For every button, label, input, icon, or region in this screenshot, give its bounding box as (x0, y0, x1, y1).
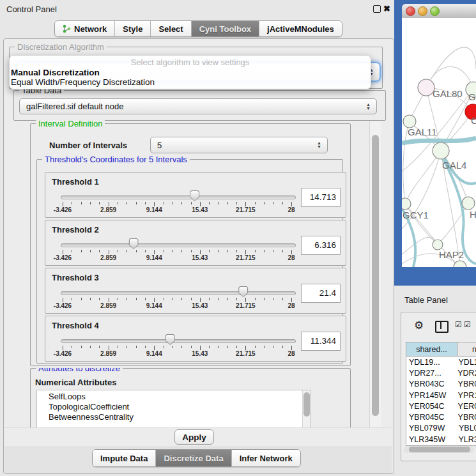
bottom-tab-bar: Impute DataDiscretize DataInfer Network (92, 449, 301, 467)
gear-icon[interactable]: ⚙ (414, 319, 424, 332)
float-icon[interactable] (373, 5, 381, 13)
network-node-gcy1[interactable] (402, 198, 411, 210)
network-node-label: C (471, 115, 476, 126)
tab-cyni-toolbox[interactable]: Cyni Toolbox (191, 21, 259, 36)
tab-jactivemnodules[interactable]: jActiveMNodules (259, 21, 342, 36)
network-node[interactable] (454, 261, 466, 267)
tab-impute-data[interactable]: Impute Data (93, 450, 155, 466)
tab-style[interactable]: Style (114, 21, 150, 36)
network-node-hap2[interactable] (433, 240, 443, 250)
tick-mark (273, 346, 273, 348)
list-scrollbar-thumb[interactable] (303, 392, 310, 417)
table-panel-title: Table Panel (404, 295, 448, 305)
tab-infer-network[interactable]: Infer Network (231, 450, 300, 466)
slider-track[interactable] (61, 291, 296, 295)
tick-mark (164, 298, 164, 300)
tick-label: 28 (288, 254, 295, 261)
slider-thumb[interactable] (165, 334, 175, 345)
tab-label: Style (123, 24, 142, 34)
node-table[interactable]: shared... na YDL19...YDL1YDR27...YDR2YBR… (406, 342, 476, 446)
slider-track[interactable] (61, 339, 296, 343)
slider-track[interactable] (61, 196, 296, 199)
split-columns-icon[interactable] (435, 321, 449, 333)
zoom-light-icon[interactable] (430, 6, 440, 16)
cell-shared-name: YDR27... (409, 369, 455, 378)
popup-option-equal[interactable]: Equal Width/Frequency Discretization (10, 77, 371, 87)
tick-mark (173, 250, 173, 252)
checkbox-column-icon[interactable]: ☑ (455, 320, 462, 329)
panel-scrollbar-thumb[interactable] (372, 135, 379, 416)
table-hscrollbar-thumb[interactable] (409, 447, 470, 452)
slider-track[interactable] (61, 243, 296, 247)
tick-mark (145, 202, 146, 204)
column-header-name[interactable]: na (457, 342, 476, 357)
network-node-h[interactable] (462, 197, 475, 210)
cell-name: YBR0 (458, 380, 476, 388)
table-row[interactable]: YPR145WYPR1 (406, 390, 476, 401)
threshold-label: Threshold 4 (52, 321, 99, 330)
tick-mark (164, 346, 164, 348)
table-row[interactable]: YER054CYER0 (406, 401, 476, 411)
threshold-panel-4: Threshold 4-3.4262.8599.14415.4321.71528… (45, 316, 346, 362)
list-scrollbar[interactable] (302, 390, 311, 427)
minimize-light-icon[interactable] (418, 6, 427, 16)
tick-mark (273, 202, 273, 204)
network-node-gal11[interactable] (403, 115, 416, 128)
network-titlebar[interactable] (402, 4, 476, 19)
table-row[interactable]: YBR045CYBR0 (406, 411, 476, 422)
slider-thumb[interactable] (129, 238, 139, 249)
cell-shared-name: YPR145W (409, 391, 456, 400)
tick-mark (99, 298, 100, 300)
tab-network[interactable]: Network (55, 21, 114, 36)
table-row[interactable]: YBR043CYBR0 (406, 379, 476, 390)
close-icon[interactable]: ✖ (383, 4, 390, 13)
tick-mark (218, 250, 219, 252)
tick-mark (127, 298, 127, 300)
tick-mark (145, 298, 146, 300)
cell-shared-name: YBR043C (409, 380, 456, 388)
column-header-shared[interactable]: shared... (406, 342, 457, 357)
checkbox-column-icon-2[interactable]: ☑ (464, 320, 471, 329)
numerical-attributes-list[interactable]: SelfLoopsTopologicalCoefficientBetweenne… (36, 390, 311, 427)
tick-mark (255, 202, 256, 204)
network-node-label: H (470, 209, 476, 220)
tick-mark (200, 298, 201, 302)
tick-mark (218, 202, 219, 204)
table-hscrollbar[interactable] (404, 446, 474, 453)
tick-label: 15.43 (192, 350, 208, 357)
tick-mark (282, 202, 283, 204)
tick-mark (181, 298, 182, 300)
num-intervals-combo[interactable]: 5 ▲▼ (150, 137, 328, 153)
attribute-item[interactable]: BetweennessCentrality (37, 412, 311, 422)
attribute-items: SelfLoopsTopologicalCoefficientBetweenne… (37, 390, 311, 422)
table-row[interactable]: YDR27...YDR2 (406, 367, 476, 378)
popup-option-manual[interactable]: Manual Discretization (10, 68, 371, 77)
tick-mark (255, 346, 256, 348)
attribute-item[interactable]: SelfLoops (37, 392, 311, 402)
tab-select[interactable]: Select (150, 21, 190, 36)
slider-thumb[interactable] (190, 190, 199, 201)
apply-button[interactable]: Apply (174, 429, 214, 445)
table-data-combo[interactable]: galFiltered.sif default node ▲▼ (19, 98, 377, 114)
network-canvas[interactable]: GAL80GACGAL11GAL4GCY1HHAP2 (402, 18, 476, 267)
tick-label: 15.43 (192, 206, 208, 213)
threshold-panel-3: Threshold 3-3.4262.8599.14415.4321.71528… (45, 268, 346, 314)
tab-discretize-data[interactable]: Discretize Data (155, 450, 231, 466)
tick-mark (90, 250, 91, 252)
table-row[interactable]: YLR345WYLR3 (406, 434, 476, 445)
panel-scrollbar[interactable] (369, 121, 381, 427)
tick-mark (72, 250, 72, 252)
attribute-item[interactable]: TopologicalCoefficient (37, 402, 311, 412)
tick-mark (273, 250, 273, 252)
threshold-value-field[interactable]: 11.344 (301, 332, 341, 351)
table-row[interactable]: YBL079WYBL0 (406, 423, 476, 434)
tick-mark (264, 346, 265, 348)
threshold-value-field[interactable]: 14.713 (301, 188, 341, 207)
close-light-icon[interactable] (406, 6, 415, 16)
threshold-value-field[interactable]: 21.4 (301, 284, 341, 303)
tick-mark (245, 346, 246, 350)
threshold-value-field[interactable]: 6.316 (301, 236, 341, 255)
slider-thumb[interactable] (238, 286, 248, 297)
network-node-gal4[interactable] (433, 142, 449, 159)
table-row[interactable]: YDL19...YDL1 (406, 357, 476, 367)
